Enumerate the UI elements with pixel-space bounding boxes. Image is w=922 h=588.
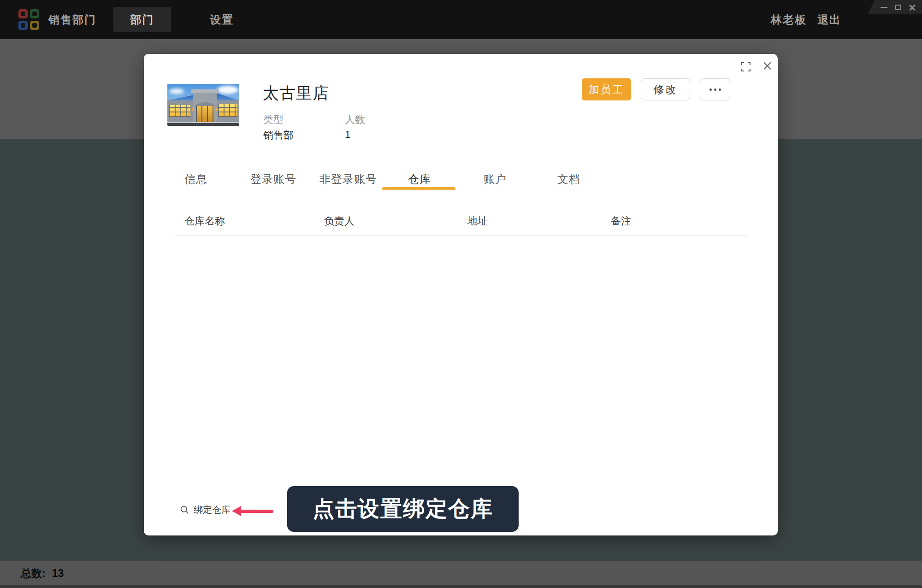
app-title: 销售部门 (48, 0, 96, 39)
maximize-icon[interactable] (895, 5, 901, 10)
nav-tab-department[interactable]: 部门 (113, 7, 171, 32)
type-label: 类型 (263, 113, 284, 127)
tab-divider (157, 190, 762, 190)
close-icon[interactable] (909, 4, 916, 11)
search-icon (180, 505, 189, 515)
edit-button[interactable]: 修改 (641, 78, 690, 100)
type-value: 销售部 (263, 129, 294, 142)
annotation-arrow (240, 510, 273, 513)
app-logo-icon (18, 9, 39, 30)
bind-warehouse-button[interactable]: 绑定仓库 (180, 504, 230, 516)
annotation-tooltip-text: 点击设置绑定仓库 (313, 494, 493, 523)
active-tab-indicator (382, 187, 455, 190)
nav-tab-settings[interactable]: 设置 (210, 0, 234, 39)
store-title: 太古里店 (263, 82, 329, 104)
column-header-warehouse-name: 仓库名称 (184, 214, 225, 228)
user-menu[interactable]: 林老板 (771, 0, 807, 39)
fullscreen-icon (740, 61, 751, 72)
bind-warehouse-label: 绑定仓库 (194, 504, 230, 516)
dots-icon (709, 88, 712, 91)
column-header-address: 地址 (467, 214, 488, 228)
dialog-close-button[interactable] (762, 60, 774, 72)
store-photo (167, 84, 239, 126)
annotation-arrow-head-icon (232, 506, 241, 516)
count-value: 1 (345, 129, 350, 141)
store-detail-dialog: 太古里店 类型 人数 销售部 1 加员工 修改 信息 登录账号 非登录账号 仓库… (144, 54, 778, 535)
tab-login-accounts[interactable]: 登录账号 (250, 172, 296, 187)
tab-documents[interactable]: 文档 (557, 172, 580, 187)
column-header-manager: 负责人 (324, 214, 355, 228)
top-bar: 销售部门 部门 设置 林老板 退出 (0, 0, 922, 39)
tab-warehouse[interactable]: 仓库 (408, 172, 431, 187)
add-employee-button[interactable]: 加员工 (582, 78, 631, 100)
window-controls (868, 0, 922, 14)
logout-button[interactable]: 退出 (817, 0, 841, 39)
annotation-tooltip: 点击设置绑定仓库 (287, 486, 519, 532)
minimize-icon[interactable] (881, 7, 887, 8)
table-header-divider (175, 235, 747, 235)
tab-accounts[interactable]: 账户 (484, 172, 507, 187)
more-options-button[interactable] (700, 78, 730, 100)
count-label: 人数 (345, 113, 365, 127)
column-header-remark: 备注 (611, 214, 631, 228)
tab-nonlogin-accounts[interactable]: 非登录账号 (319, 172, 377, 187)
fullscreen-button[interactable] (740, 61, 751, 72)
tab-info[interactable]: 信息 (184, 172, 207, 187)
